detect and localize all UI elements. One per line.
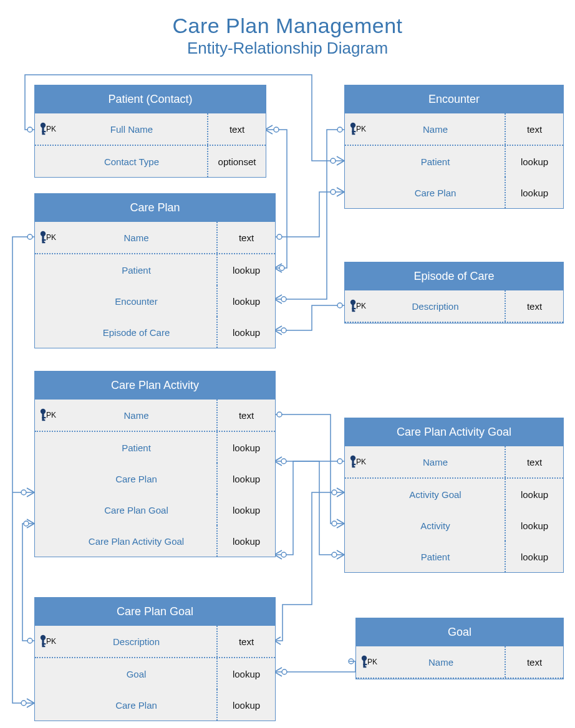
svg-rect-38 [352, 308, 355, 309]
field-type: text [216, 400, 275, 431]
svg-point-3 [279, 266, 284, 271]
svg-rect-35 [42, 242, 45, 243]
field-type: lookup [216, 285, 275, 317]
entity-row: PKNametext [345, 113, 563, 146]
svg-point-52 [362, 656, 367, 661]
pk-cell: PK [345, 446, 371, 477]
svg-point-9 [281, 328, 286, 333]
svg-rect-51 [42, 646, 45, 647]
pk-cell [345, 146, 371, 177]
field-name: Care Plan [61, 474, 216, 484]
field-name: Name [371, 124, 505, 135]
svg-rect-26 [42, 131, 46, 132]
pk-cell: PK [356, 646, 382, 678]
entity-patient: Patient (Contact)PKFull NametextContact … [34, 85, 266, 178]
field-type: lookup [216, 432, 275, 463]
svg-point-6 [277, 234, 282, 239]
entity-row: Care Plan Goallookup [35, 494, 275, 525]
entity-header: Care Plan [35, 194, 275, 222]
pk-cell [35, 146, 61, 177]
svg-point-14 [24, 521, 29, 526]
svg-point-10 [27, 234, 32, 239]
entity-header: Goal [356, 618, 563, 646]
field-type: text [216, 222, 275, 253]
entity-episode: Episode of CarePKDescriptiontext [344, 262, 564, 323]
pk-cell: PK [345, 290, 371, 322]
entity-activity: Care Plan ActivityPKNametextPatientlooku… [34, 371, 276, 557]
entity-row: PKNametext [356, 646, 563, 679]
entity-header: Encounter [345, 85, 563, 113]
svg-rect-41 [42, 413, 44, 419]
svg-point-22 [282, 669, 287, 674]
svg-point-12 [21, 490, 26, 495]
pk-cell: PK [35, 113, 61, 145]
svg-rect-55 [363, 666, 366, 668]
entity-row: Care Planlookup [35, 689, 275, 721]
field-type: lookup [216, 317, 275, 348]
field-type: lookup [505, 146, 563, 177]
entity-header: Care Plan Goal [35, 598, 275, 626]
field-name: Care Plan Goal [61, 505, 216, 515]
pk-label: PK [46, 125, 56, 133]
field-name: Activity Goal [371, 489, 505, 500]
svg-rect-46 [352, 464, 355, 465]
svg-rect-47 [352, 466, 355, 467]
entity-activitygoal: Care Plan Activity GoalPKNametextActivit… [344, 418, 564, 573]
field-type: lookup [216, 689, 275, 721]
pk-cell [35, 285, 61, 317]
svg-rect-49 [42, 639, 44, 646]
field-type: lookup [216, 658, 275, 689]
entity-row: Contact Typeoptionset [35, 146, 266, 177]
svg-point-36 [350, 300, 355, 305]
entity-row: PKDescriptiontext [35, 626, 275, 658]
svg-rect-50 [42, 643, 46, 644]
pk-cell [35, 254, 61, 285]
entity-header: Care Plan Activity Goal [345, 418, 563, 446]
svg-point-16 [332, 521, 337, 526]
field-type: lookup [505, 510, 563, 541]
svg-point-48 [41, 635, 46, 640]
pk-cell [345, 479, 371, 510]
svg-point-19 [337, 459, 342, 464]
svg-point-23 [349, 659, 354, 664]
svg-point-44 [350, 456, 355, 461]
svg-point-8 [337, 303, 342, 308]
field-type: lookup [505, 177, 563, 208]
entity-careplan: Care PlanPKNametextPatientlookupEncounte… [34, 193, 276, 348]
svg-rect-54 [363, 664, 367, 665]
entity-row: Patientlookup [345, 541, 563, 572]
field-type: lookup [216, 463, 275, 494]
field-name: Care Plan Activity Goal [61, 536, 216, 547]
entity-row: Activitylookup [345, 510, 563, 541]
entity-row: PKNametext [35, 222, 275, 254]
field-name: Care Plan [61, 700, 216, 711]
svg-point-40 [41, 409, 46, 414]
svg-point-0 [27, 127, 32, 132]
svg-point-5 [281, 297, 286, 302]
diagram-title: Care Plan Management [0, 14, 575, 38]
svg-point-20 [281, 552, 286, 557]
field-name: Patient [61, 443, 216, 453]
svg-rect-45 [352, 460, 354, 466]
svg-rect-31 [352, 133, 355, 135]
pk-cell [35, 689, 61, 721]
pk-cell [345, 510, 371, 541]
pk-label: PK [46, 411, 56, 419]
field-type: optionset [207, 146, 266, 177]
svg-point-13 [27, 638, 32, 643]
entity-row: Care Plan Activity Goallookup [35, 525, 275, 557]
field-name: Name [382, 657, 505, 668]
entity-row: Patientlookup [345, 146, 563, 177]
svg-point-28 [350, 123, 355, 128]
svg-point-7 [331, 189, 336, 194]
field-name: Encounter [61, 296, 216, 307]
pk-cell: PK [35, 626, 61, 657]
diagram-subtitle: Entity-Relationship Diagram [0, 39, 575, 58]
field-name: Name [371, 457, 505, 467]
svg-point-24 [41, 123, 46, 128]
pk-label: PK [356, 457, 366, 466]
entity-row: Encounterlookup [35, 285, 275, 317]
entity-row: Care Planlookup [345, 177, 563, 208]
entity-row: Care Planlookup [35, 463, 275, 494]
entity-header: Episode of Care [345, 262, 563, 290]
